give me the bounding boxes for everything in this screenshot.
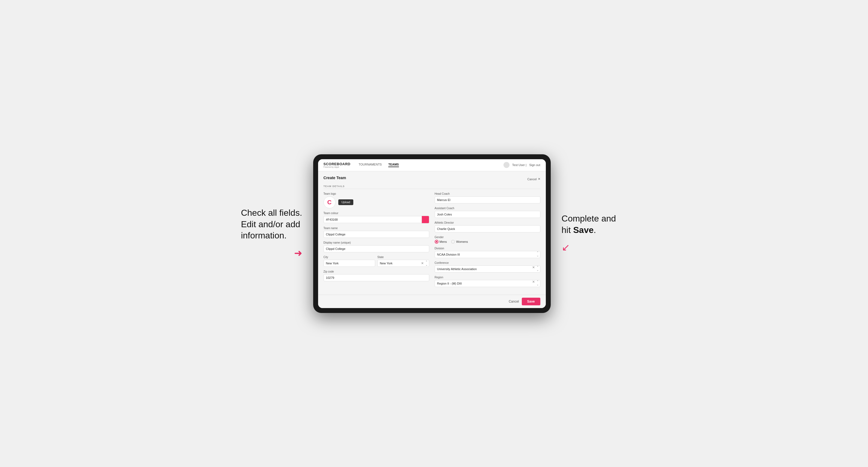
gender-mens-radio[interactable] — [435, 240, 438, 244]
assistant-coach-group: Assistant Coach — [435, 207, 540, 218]
gender-mens-option[interactable]: Mens — [435, 240, 447, 244]
conference-group: Conference University Athletic Associati… — [435, 261, 540, 273]
navbar-right: Test User | Sign out — [503, 162, 540, 168]
head-coach-input[interactable] — [435, 196, 540, 204]
annotation-right: Complete and hit Save. ↙ — [562, 213, 627, 254]
brand-subtitle: Powered by clippd — [323, 166, 350, 168]
city-input[interactable] — [323, 260, 375, 267]
city-field-group: City — [323, 256, 375, 267]
form-header-row: Create Team Cancel ✕ — [323, 176, 540, 183]
display-name-group: Display name (unique) — [323, 241, 429, 252]
gender-womens-option[interactable]: Womens — [451, 240, 468, 244]
nav-teams[interactable]: TEAMS — [388, 163, 399, 167]
team-colour-input[interactable] — [323, 216, 422, 223]
team-colour-group: Team colour — [323, 212, 429, 223]
logo-circle: C — [323, 196, 336, 208]
cancel-button[interactable]: Cancel — [509, 300, 519, 303]
head-coach-label: Head Coach — [435, 192, 540, 195]
team-name-label: Team name — [323, 227, 429, 230]
user-avatar — [503, 162, 509, 168]
form-columns: Team logo C Upload Team colour — [323, 192, 540, 290]
right-column: Head Coach Assistant Coach Athletic Dire… — [435, 192, 540, 290]
gender-womens-label: Womens — [456, 240, 468, 243]
gender-mens-label: Mens — [440, 240, 447, 243]
region-select-wrapper: Region II - (M) DIII ✕ ⌃⌄ — [435, 280, 540, 287]
team-colour-label: Team colour — [323, 212, 429, 215]
zip-label: Zip code — [323, 270, 429, 273]
region-group: Region Region II - (M) DIII ✕ ⌃⌄ — [435, 276, 540, 287]
color-swatch[interactable] — [422, 216, 429, 223]
head-coach-group: Head Coach — [435, 192, 540, 204]
athletic-director-group: Athletic Director — [435, 221, 540, 232]
form-title: Create Team — [323, 176, 346, 180]
gender-womens-radio[interactable] — [451, 240, 455, 244]
device-screen: SCOREBOARD Powered by clippd TOURNAMENTS… — [318, 159, 546, 308]
gender-row: Mens Womens — [435, 240, 540, 244]
city-state-row: City State New York California — [323, 256, 429, 267]
team-name-input[interactable] — [323, 231, 429, 238]
team-logo-group: Team logo C Upload — [323, 192, 429, 208]
assistant-coach-label: Assistant Coach — [435, 207, 540, 210]
team-logo-label: Team logo — [323, 192, 429, 195]
city-label: City — [323, 256, 375, 259]
form-footer: Cancel Save — [318, 295, 546, 308]
team-name-group: Team name — [323, 227, 429, 238]
conference-select-wrapper: University Athletic Association ✕ ⌃⌄ — [435, 266, 540, 273]
division-select[interactable]: NCAA Division III NCAA Division I NCAA D… — [435, 251, 540, 258]
nav-links: TOURNAMENTS TEAMS — [359, 163, 503, 167]
brand-name: SCOREBOARD — [323, 162, 350, 166]
annotation-line3: information. — [241, 230, 302, 242]
conference-label: Conference — [435, 261, 540, 264]
conference-clear-icon[interactable]: ✕ — [532, 266, 535, 269]
sign-out-link[interactable]: Sign out — [529, 163, 540, 166]
cancel-top-button[interactable]: Cancel ✕ — [527, 177, 540, 181]
region-select[interactable]: Region II - (M) DIII — [435, 280, 540, 287]
division-select-wrapper: NCAA Division III NCAA Division I NCAA D… — [435, 251, 540, 258]
user-label: Test User | — [512, 163, 526, 166]
athletic-director-input[interactable] — [435, 225, 540, 232]
arrow-right-icon: ➜ — [294, 247, 302, 259]
zip-input[interactable] — [323, 274, 429, 281]
save-button[interactable]: Save — [522, 298, 540, 305]
division-group: Division NCAA Division III NCAA Division… — [435, 247, 540, 258]
logo-area: C Upload — [323, 196, 429, 208]
assistant-coach-input[interactable] — [435, 211, 540, 218]
gender-label: Gender — [435, 236, 540, 239]
display-name-label: Display name (unique) — [323, 241, 429, 244]
upload-button[interactable]: Upload — [338, 199, 353, 205]
nav-tournaments[interactable]: TOURNAMENTS — [359, 163, 382, 167]
city-state-group: City State New York California — [323, 256, 429, 267]
state-clear-icon[interactable]: ✕ — [421, 261, 424, 265]
state-select-wrapper: New York California Texas ✕ ⌃⌄ — [377, 260, 429, 267]
navbar: SCOREBOARD Powered by clippd TOURNAMENTS… — [318, 159, 546, 171]
arrow-down-left-icon: ↙ — [562, 242, 570, 253]
main-content: Create Team Cancel ✕ TEAM DETAILS Team l… — [318, 171, 546, 295]
conference-select[interactable]: University Athletic Association — [435, 266, 540, 273]
zip-code-group: Zip code — [323, 270, 429, 281]
gender-group: Gender Mens Womens — [435, 236, 540, 244]
athletic-director-label: Athletic Director — [435, 221, 540, 224]
annotation-line2: Edit and/or add — [241, 219, 302, 230]
division-label: Division — [435, 247, 540, 250]
annotation-line1: Check all fields. — [241, 207, 302, 219]
left-column: Team logo C Upload Team colour — [323, 192, 429, 290]
color-row — [323, 216, 429, 223]
page-wrapper: Check all fields. Edit and/or add inform… — [11, 154, 857, 313]
region-label: Region — [435, 276, 540, 279]
close-icon: ✕ — [538, 177, 540, 181]
display-name-input[interactable] — [323, 245, 429, 252]
state-field-group: State New York California Texas ✕ — [377, 256, 429, 267]
annotation-right-text: Complete and hit Save. — [562, 213, 627, 236]
region-clear-icon[interactable]: ✕ — [532, 280, 535, 284]
annotation-left: Check all fields. Edit and/or add inform… — [241, 207, 302, 260]
device-frame: SCOREBOARD Powered by clippd TOURNAMENTS… — [313, 154, 551, 313]
brand: SCOREBOARD Powered by clippd — [323, 162, 350, 168]
state-label: State — [377, 256, 429, 259]
section-label: TEAM DETAILS — [323, 185, 540, 189]
